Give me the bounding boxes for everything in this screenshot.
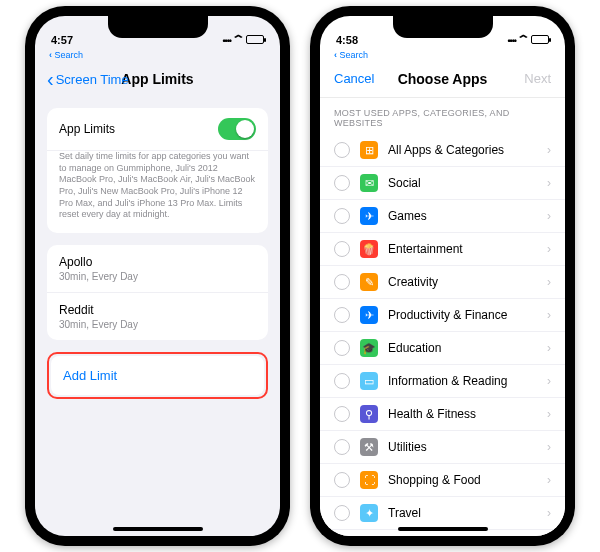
signal-icon — [222, 34, 231, 46]
grid-icon: ⊞ — [360, 141, 378, 159]
battery-icon — [246, 35, 264, 44]
category-row[interactable]: ⚲Health & Fitness› — [320, 398, 565, 431]
category-row[interactable]: ✉Social› — [320, 167, 565, 200]
globe-icon: ✦ — [360, 504, 378, 522]
radio-unchecked-icon[interactable] — [334, 142, 350, 158]
back-to-search[interactable]: Search — [35, 48, 280, 60]
category-label: Social — [388, 176, 547, 190]
category-label: All Apps & Categories — [388, 143, 547, 157]
radio-unchecked-icon[interactable] — [334, 505, 350, 521]
plane-icon: ✈ — [360, 306, 378, 324]
radio-unchecked-icon[interactable] — [334, 340, 350, 356]
footnote-text: Set daily time limits for app categories… — [47, 151, 268, 233]
limit-name: Apollo — [59, 255, 256, 269]
category-row[interactable]: ✈Games› — [320, 200, 565, 233]
add-limit-button[interactable]: Add Limit — [51, 356, 264, 395]
popcorn-icon: 🍿 — [360, 240, 378, 258]
tool-icon: ⚒ — [360, 438, 378, 456]
next-button[interactable]: Next — [524, 71, 551, 86]
notch — [108, 16, 208, 38]
phone-right: 4:58 Search Cancel Choose Apps Next MOST… — [310, 6, 575, 546]
limit-row[interactable]: Reddit30min, Every Day — [47, 293, 268, 340]
radio-unchecked-icon[interactable] — [334, 373, 350, 389]
rocket-icon: ✈ — [360, 207, 378, 225]
chevron-right-icon: › — [547, 341, 551, 355]
radio-unchecked-icon[interactable] — [334, 208, 350, 224]
chevron-right-icon: › — [547, 176, 551, 190]
category-row[interactable]: ✦Travel› — [320, 497, 565, 530]
category-row[interactable]: 🎓Education› — [320, 332, 565, 365]
chevron-right-icon: › — [547, 407, 551, 421]
category-row[interactable]: 🍿Entertainment› — [320, 233, 565, 266]
home-indicator[interactable] — [113, 527, 203, 531]
category-row[interactable]: ✎Creativity› — [320, 266, 565, 299]
radio-unchecked-icon[interactable] — [334, 472, 350, 488]
category-row[interactable]: ▭Information & Reading› — [320, 365, 565, 398]
chevron-right-icon: › — [547, 275, 551, 289]
nav-title: Choose Apps — [398, 71, 488, 87]
radio-unchecked-icon[interactable] — [334, 175, 350, 191]
chevron-right-icon: › — [547, 308, 551, 322]
limit-detail: 30min, Every Day — [59, 271, 256, 282]
radio-unchecked-icon[interactable] — [334, 307, 350, 323]
toggle-group: App Limits Set daily time limits for app… — [47, 108, 268, 233]
nav-back-button[interactable]: Screen Time — [47, 69, 129, 89]
wifi-icon — [234, 33, 243, 46]
category-row[interactable]: ✈Productivity & Finance› — [320, 299, 565, 332]
chevron-right-icon: › — [547, 143, 551, 157]
category-label: Information & Reading — [388, 374, 547, 388]
bag-icon: ⛶ — [360, 471, 378, 489]
wifi-icon — [519, 33, 528, 46]
add-limit-highlight: Add Limit — [47, 352, 268, 399]
chevron-right-icon: › — [547, 242, 551, 256]
radio-unchecked-icon[interactable] — [334, 274, 350, 290]
category-label: Productivity & Finance — [388, 308, 547, 322]
chevron-right-icon: › — [547, 440, 551, 454]
category-label: Entertainment — [388, 242, 547, 256]
category-list: ⊞All Apps & Categories›✉Social›✈Games›🍿E… — [320, 134, 565, 536]
category-row[interactable]: ⛶Shopping & Food› — [320, 464, 565, 497]
chevron-right-icon: › — [547, 209, 551, 223]
notch — [393, 16, 493, 38]
grad-icon: 🎓 — [360, 339, 378, 357]
chat-icon: ✉ — [360, 174, 378, 192]
category-label: Travel — [388, 506, 547, 520]
category-row[interactable]: ⊞All Apps & Categories› — [320, 134, 565, 167]
category-label: Creativity — [388, 275, 547, 289]
section-header: MOST USED APPS, CATEGORIES, AND WEBSITES — [320, 98, 565, 134]
category-label: Education — [388, 341, 547, 355]
category-label: Shopping & Food — [388, 473, 547, 487]
category-label: Health & Fitness — [388, 407, 547, 421]
cancel-button[interactable]: Cancel — [334, 71, 374, 86]
limit-detail: 30min, Every Day — [59, 319, 256, 330]
toggle-switch[interactable] — [218, 118, 256, 140]
radio-unchecked-icon[interactable] — [334, 439, 350, 455]
status-time: 4:58 — [336, 34, 358, 46]
radio-unchecked-icon[interactable] — [334, 241, 350, 257]
category-row[interactable]: ⚒Utilities› — [320, 431, 565, 464]
toggle-label: App Limits — [59, 122, 218, 136]
content-area: App Limits Set daily time limits for app… — [35, 98, 280, 409]
limits-list: Apollo30min, Every DayReddit30min, Every… — [47, 245, 268, 340]
category-label: Games — [388, 209, 547, 223]
battery-icon — [531, 35, 549, 44]
app-limits-toggle-row[interactable]: App Limits — [47, 108, 268, 151]
screen-right: 4:58 Search Cancel Choose Apps Next MOST… — [320, 16, 565, 536]
nav-bar: Cancel Choose Apps Next — [320, 60, 565, 98]
status-time: 4:57 — [51, 34, 73, 46]
limit-row[interactable]: Apollo30min, Every Day — [47, 245, 268, 293]
signal-icon — [507, 34, 516, 46]
limit-name: Reddit — [59, 303, 256, 317]
nav-bar: Screen Time App Limits — [35, 60, 280, 98]
chevron-right-icon: › — [547, 374, 551, 388]
back-to-search[interactable]: Search — [320, 48, 565, 60]
radio-unchecked-icon[interactable] — [334, 406, 350, 422]
chevron-right-icon: › — [547, 473, 551, 487]
category-label: Utilities — [388, 440, 547, 454]
book-icon: ▭ — [360, 372, 378, 390]
brush-icon: ✎ — [360, 273, 378, 291]
phone-left: 4:57 Search Screen Time App Limits App L… — [25, 6, 290, 546]
bike-icon: ⚲ — [360, 405, 378, 423]
home-indicator[interactable] — [398, 527, 488, 531]
chevron-right-icon: › — [547, 506, 551, 520]
